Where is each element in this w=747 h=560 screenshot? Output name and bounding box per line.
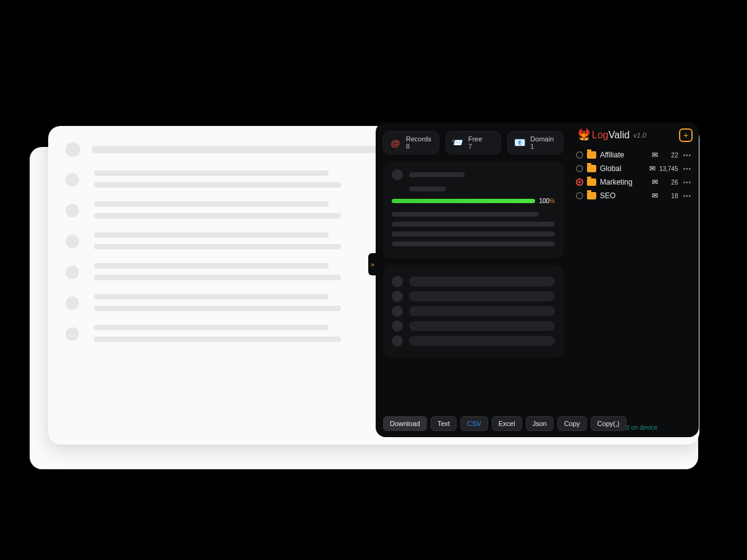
more-icon[interactable]: •••	[682, 152, 693, 159]
skeleton-dot	[392, 169, 403, 180]
stat-domain-label: Domain	[530, 135, 554, 143]
stat-domain: 📧 Domain 1	[507, 131, 563, 154]
progress-fill	[392, 199, 535, 203]
folder-label: Marketing	[600, 178, 648, 186]
progress-suffix: %	[549, 198, 555, 204]
stat-free: 📨 Free 7	[445, 131, 502, 154]
results-block	[383, 265, 563, 357]
domain-icon: 📧	[513, 136, 526, 149]
stats-row: @ Records 8 📨 Free 7 📧 Domain 1	[383, 131, 563, 154]
panel-left: @ Records 8 📨 Free 7 📧 Domain 1	[376, 122, 571, 437]
radio-icon[interactable]	[576, 165, 583, 172]
brand-icon: 🐦‍🔥	[577, 129, 589, 141]
envelope-icon: ✉	[652, 191, 658, 200]
app-panel: » @ Records 8 📨 Free 7 📧 Domain	[376, 122, 699, 437]
folder-row[interactable]: Global✉13,745•••	[575, 162, 694, 175]
more-icon[interactable]: •••	[682, 179, 693, 186]
skeleton-line	[94, 201, 329, 207]
radio-icon[interactable]	[576, 151, 583, 159]
export-json-button[interactable]: Json	[526, 416, 554, 431]
envelope-icon: ✉	[649, 164, 656, 173]
skeleton-bar	[409, 336, 555, 346]
folder-count: 26	[662, 179, 678, 186]
folder-icon	[587, 165, 596, 172]
skeleton-bar	[392, 212, 539, 217]
folder-row[interactable]: Marketing✉26•••	[575, 175, 694, 189]
skeleton-dot	[392, 335, 403, 346]
skeleton-bar	[409, 186, 446, 191]
envelope-icon: ✉	[652, 178, 658, 186]
more-icon[interactable]: •••	[682, 193, 693, 199]
skeleton-dot	[392, 291, 403, 302]
folder-icon	[587, 151, 596, 159]
folder-row[interactable]: SEO✉18•••	[575, 189, 694, 203]
more-icon[interactable]: •••	[682, 165, 693, 172]
skeleton-line	[94, 182, 341, 188]
export-text-button[interactable]: Text	[431, 416, 457, 431]
skeleton-avatar	[65, 296, 79, 310]
skeleton-dot	[392, 306, 403, 317]
stat-records: @ Records 8	[383, 131, 439, 154]
folder-count: 13,745	[659, 165, 678, 172]
progress-block: 100%	[383, 162, 563, 259]
at-icon: @	[389, 136, 402, 149]
folders-list: Affiliate✉22•••Global✉13,745•••Marketing…	[575, 148, 694, 203]
progress-bar: 100%	[392, 198, 555, 204]
skeleton-line	[94, 213, 341, 219]
radio-icon[interactable]	[576, 178, 583, 186]
skeleton-avatar	[65, 142, 80, 157]
folder-icon	[587, 178, 596, 186]
skeleton-avatar	[65, 265, 79, 279]
stat-records-value: 8	[406, 143, 431, 150]
export-bar: Download Text CSV Excel Json Copy Copy(,…	[383, 416, 563, 431]
skeleton-bar	[409, 321, 555, 331]
envelope-icon: ✉	[652, 151, 658, 159]
skeleton-bar	[409, 277, 555, 286]
stat-free-value: 7	[468, 143, 483, 150]
skeleton-avatar	[65, 327, 79, 341]
skeleton-bar	[409, 291, 555, 301]
skeleton-line	[94, 306, 341, 311]
skeleton-line	[94, 232, 329, 238]
export-excel-button[interactable]: Excel	[492, 416, 522, 431]
envelope-open-icon: 📨	[451, 136, 465, 149]
skeleton-bar	[409, 306, 555, 316]
skeleton-avatar	[65, 235, 79, 248]
folder-row[interactable]: Affiliate✉22•••	[575, 148, 694, 162]
radio-icon[interactable]	[576, 192, 583, 199]
stat-domain-value: 1	[530, 143, 554, 150]
skeleton-bar	[392, 222, 555, 227]
stat-free-label: Free	[468, 135, 483, 143]
add-folder-button[interactable]: +	[679, 128, 693, 142]
brand-version: v1.0	[633, 132, 646, 139]
folder-label: Global	[600, 164, 646, 173]
skeleton-dot	[392, 276, 403, 287]
skeleton-line	[94, 263, 329, 269]
skeleton-line	[94, 336, 341, 342]
copy-comma-button[interactable]: Copy(,)	[591, 416, 627, 431]
folder-count: 22	[662, 152, 678, 159]
folder-label: Affiliate	[600, 151, 648, 159]
skeleton-line	[94, 244, 341, 249]
panel-right: 🐦‍🔥 LogValid v1.0 + Affiliate✉22•••Globa…	[571, 122, 699, 437]
skeleton-avatar	[65, 204, 79, 217]
folder-icon	[587, 192, 596, 199]
copy-button[interactable]: Copy	[557, 416, 587, 431]
progress-value: 100	[539, 198, 549, 204]
stat-records-label: Records	[406, 135, 431, 143]
skeleton-bar	[392, 241, 555, 246]
skeleton-bar	[392, 232, 555, 236]
skeleton-line	[94, 325, 329, 330]
export-csv-button[interactable]: CSV	[460, 416, 488, 431]
skeleton-line	[94, 294, 329, 299]
folder-count: 18	[662, 193, 678, 199]
skeleton-bar	[409, 172, 465, 177]
brand-row: 🐦‍🔥 LogValid v1.0 +	[575, 126, 694, 148]
skeleton-dot	[392, 320, 403, 332]
brand-name: LogValid	[592, 130, 630, 141]
folder-label: SEO	[600, 191, 648, 200]
skeleton-line	[94, 275, 341, 280]
skeleton-line	[94, 170, 329, 176]
download-button[interactable]: Download	[383, 416, 427, 431]
skeleton-avatar	[65, 173, 79, 186]
